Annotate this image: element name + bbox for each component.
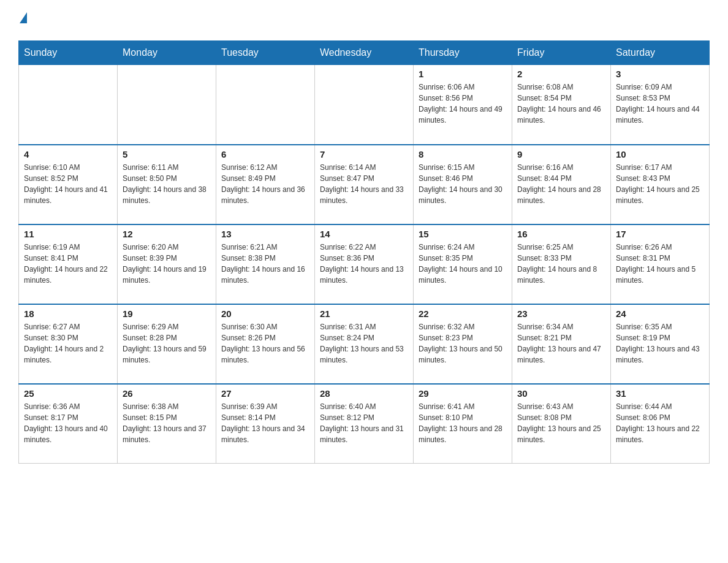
day-info: Sunrise: 6:21 AM Sunset: 8:38 PM Dayligh… bbox=[221, 242, 309, 286]
calendar-cell: 27Sunrise: 6:39 AM Sunset: 8:14 PM Dayli… bbox=[216, 384, 315, 464]
day-info: Sunrise: 6:38 AM Sunset: 8:15 PM Dayligh… bbox=[123, 401, 211, 445]
day-number: 21 bbox=[320, 308, 408, 319]
logo-triangle-icon bbox=[20, 12, 27, 23]
calendar-cell: 16Sunrise: 6:25 AM Sunset: 8:33 PM Dayli… bbox=[512, 224, 611, 304]
calendar-cell bbox=[216, 65, 315, 145]
calendar-cell: 24Sunrise: 6:35 AM Sunset: 8:19 PM Dayli… bbox=[611, 304, 710, 384]
calendar-header-row: SundayMondayTuesdayWednesdayThursdayFrid… bbox=[19, 41, 710, 65]
calendar-week-row: 4Sunrise: 6:10 AM Sunset: 8:52 PM Daylig… bbox=[19, 145, 710, 224]
day-number: 31 bbox=[616, 388, 704, 399]
day-number: 27 bbox=[221, 388, 309, 399]
calendar-cell: 28Sunrise: 6:40 AM Sunset: 8:12 PM Dayli… bbox=[315, 384, 414, 464]
day-info: Sunrise: 6:09 AM Sunset: 8:53 PM Dayligh… bbox=[616, 82, 704, 126]
day-of-week-header: Tuesday bbox=[216, 41, 315, 65]
day-info: Sunrise: 6:11 AM Sunset: 8:50 PM Dayligh… bbox=[123, 162, 211, 206]
day-number: 4 bbox=[24, 149, 112, 159]
calendar-cell: 14Sunrise: 6:22 AM Sunset: 8:36 PM Dayli… bbox=[315, 224, 414, 304]
calendar-cell: 13Sunrise: 6:21 AM Sunset: 8:38 PM Dayli… bbox=[216, 224, 315, 304]
logo-general-text bbox=[18, 12, 27, 28]
day-of-week-header: Saturday bbox=[611, 41, 710, 65]
day-info: Sunrise: 6:08 AM Sunset: 8:54 PM Dayligh… bbox=[517, 82, 605, 126]
calendar-cell: 4Sunrise: 6:10 AM Sunset: 8:52 PM Daylig… bbox=[19, 145, 118, 224]
day-info: Sunrise: 6:15 AM Sunset: 8:46 PM Dayligh… bbox=[419, 162, 507, 206]
day-info: Sunrise: 6:40 AM Sunset: 8:12 PM Dayligh… bbox=[320, 401, 408, 445]
day-number: 7 bbox=[320, 149, 408, 159]
day-info: Sunrise: 6:32 AM Sunset: 8:23 PM Dayligh… bbox=[419, 321, 507, 366]
calendar-cell: 29Sunrise: 6:41 AM Sunset: 8:10 PM Dayli… bbox=[414, 384, 512, 464]
calendar-week-row: 11Sunrise: 6:19 AM Sunset: 8:41 PM Dayli… bbox=[19, 224, 710, 304]
day-info: Sunrise: 6:36 AM Sunset: 8:17 PM Dayligh… bbox=[24, 401, 112, 445]
day-number: 20 bbox=[221, 308, 309, 319]
calendar-cell: 5Sunrise: 6:11 AM Sunset: 8:50 PM Daylig… bbox=[118, 145, 216, 224]
day-of-week-header: Sunday bbox=[19, 41, 118, 65]
calendar-cell: 3Sunrise: 6:09 AM Sunset: 8:53 PM Daylig… bbox=[611, 65, 710, 145]
calendar-week-row: 18Sunrise: 6:27 AM Sunset: 8:30 PM Dayli… bbox=[19, 304, 710, 384]
calendar-cell: 9Sunrise: 6:16 AM Sunset: 8:44 PM Daylig… bbox=[512, 145, 611, 224]
calendar-table: SundayMondayTuesdayWednesdayThursdayFrid… bbox=[18, 40, 710, 464]
calendar-cell: 11Sunrise: 6:19 AM Sunset: 8:41 PM Dayli… bbox=[19, 224, 118, 304]
calendar-cell: 31Sunrise: 6:44 AM Sunset: 8:06 PM Dayli… bbox=[611, 384, 710, 464]
day-info: Sunrise: 6:12 AM Sunset: 8:49 PM Dayligh… bbox=[221, 162, 309, 206]
calendar-week-row: 1Sunrise: 6:06 AM Sunset: 8:56 PM Daylig… bbox=[19, 65, 710, 145]
day-of-week-header: Thursday bbox=[414, 41, 512, 65]
day-number: 19 bbox=[123, 308, 211, 319]
day-number: 14 bbox=[320, 229, 408, 239]
calendar-cell bbox=[118, 65, 216, 145]
calendar-cell: 23Sunrise: 6:34 AM Sunset: 8:21 PM Dayli… bbox=[512, 304, 611, 384]
calendar-cell: 12Sunrise: 6:20 AM Sunset: 8:39 PM Dayli… bbox=[118, 224, 216, 304]
day-of-week-header: Friday bbox=[512, 41, 611, 65]
day-number: 22 bbox=[419, 308, 507, 319]
day-number: 2 bbox=[517, 69, 605, 79]
calendar-cell: 8Sunrise: 6:15 AM Sunset: 8:46 PM Daylig… bbox=[414, 145, 512, 224]
day-info: Sunrise: 6:29 AM Sunset: 8:28 PM Dayligh… bbox=[123, 321, 211, 366]
day-number: 24 bbox=[616, 308, 704, 319]
calendar-cell: 2Sunrise: 6:08 AM Sunset: 8:54 PM Daylig… bbox=[512, 65, 611, 145]
day-number: 13 bbox=[221, 229, 309, 239]
day-number: 11 bbox=[24, 229, 112, 239]
day-info: Sunrise: 6:24 AM Sunset: 8:35 PM Dayligh… bbox=[419, 242, 507, 286]
calendar-cell: 1Sunrise: 6:06 AM Sunset: 8:56 PM Daylig… bbox=[414, 65, 512, 145]
day-number: 15 bbox=[419, 229, 507, 239]
calendar-week-row: 25Sunrise: 6:36 AM Sunset: 8:17 PM Dayli… bbox=[19, 384, 710, 464]
day-info: Sunrise: 6:44 AM Sunset: 8:06 PM Dayligh… bbox=[616, 401, 704, 445]
day-number: 30 bbox=[517, 388, 605, 399]
day-info: Sunrise: 6:31 AM Sunset: 8:24 PM Dayligh… bbox=[320, 321, 408, 366]
calendar-cell: 19Sunrise: 6:29 AM Sunset: 8:28 PM Dayli… bbox=[118, 304, 216, 384]
calendar-cell: 18Sunrise: 6:27 AM Sunset: 8:30 PM Dayli… bbox=[19, 304, 118, 384]
day-info: Sunrise: 6:25 AM Sunset: 8:33 PM Dayligh… bbox=[517, 242, 605, 286]
day-number: 12 bbox=[123, 229, 211, 239]
day-number: 5 bbox=[123, 149, 211, 159]
calendar-cell: 30Sunrise: 6:43 AM Sunset: 8:08 PM Dayli… bbox=[512, 384, 611, 464]
calendar-cell bbox=[315, 65, 414, 145]
calendar-cell: 7Sunrise: 6:14 AM Sunset: 8:47 PM Daylig… bbox=[315, 145, 414, 224]
day-number: 29 bbox=[419, 388, 507, 399]
day-info: Sunrise: 6:27 AM Sunset: 8:30 PM Dayligh… bbox=[24, 321, 112, 366]
calendar-cell: 10Sunrise: 6:17 AM Sunset: 8:43 PM Dayli… bbox=[611, 145, 710, 224]
day-info: Sunrise: 6:22 AM Sunset: 8:36 PM Dayligh… bbox=[320, 242, 408, 286]
day-info: Sunrise: 6:20 AM Sunset: 8:39 PM Dayligh… bbox=[123, 242, 211, 286]
day-info: Sunrise: 6:06 AM Sunset: 8:56 PM Dayligh… bbox=[419, 82, 507, 126]
day-number: 17 bbox=[616, 229, 704, 239]
calendar-cell: 25Sunrise: 6:36 AM Sunset: 8:17 PM Dayli… bbox=[19, 384, 118, 464]
calendar-cell: 21Sunrise: 6:31 AM Sunset: 8:24 PM Dayli… bbox=[315, 304, 414, 384]
day-number: 3 bbox=[616, 69, 704, 79]
day-info: Sunrise: 6:14 AM Sunset: 8:47 PM Dayligh… bbox=[320, 162, 408, 206]
calendar-cell: 20Sunrise: 6:30 AM Sunset: 8:26 PM Dayli… bbox=[216, 304, 315, 384]
day-info: Sunrise: 6:30 AM Sunset: 8:26 PM Dayligh… bbox=[221, 321, 309, 366]
calendar-cell: 15Sunrise: 6:24 AM Sunset: 8:35 PM Dayli… bbox=[414, 224, 512, 304]
day-info: Sunrise: 6:43 AM Sunset: 8:08 PM Dayligh… bbox=[517, 401, 605, 445]
day-number: 18 bbox=[24, 308, 112, 319]
day-number: 8 bbox=[419, 149, 507, 159]
day-number: 9 bbox=[517, 149, 605, 159]
day-number: 6 bbox=[221, 149, 309, 159]
day-info: Sunrise: 6:26 AM Sunset: 8:31 PM Dayligh… bbox=[616, 242, 704, 286]
day-info: Sunrise: 6:10 AM Sunset: 8:52 PM Dayligh… bbox=[24, 162, 112, 206]
day-info: Sunrise: 6:41 AM Sunset: 8:10 PM Dayligh… bbox=[419, 401, 507, 445]
day-of-week-header: Monday bbox=[118, 41, 216, 65]
page-header bbox=[18, 12, 710, 28]
day-info: Sunrise: 6:39 AM Sunset: 8:14 PM Dayligh… bbox=[221, 401, 309, 445]
day-info: Sunrise: 6:19 AM Sunset: 8:41 PM Dayligh… bbox=[24, 242, 112, 286]
day-number: 25 bbox=[24, 388, 112, 399]
day-info: Sunrise: 6:35 AM Sunset: 8:19 PM Dayligh… bbox=[616, 321, 704, 366]
day-number: 28 bbox=[320, 388, 408, 399]
